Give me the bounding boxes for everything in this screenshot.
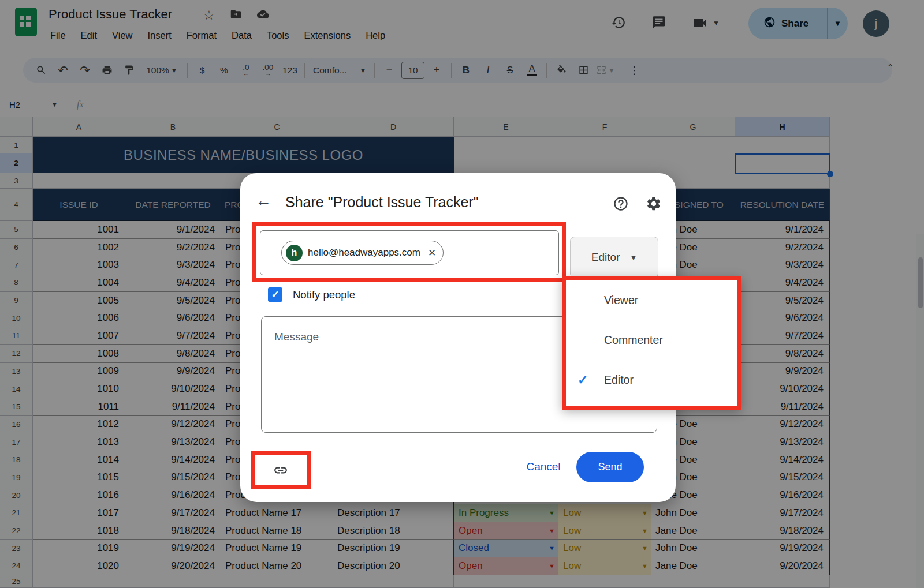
cancel-button[interactable]: Cancel [516, 459, 571, 474]
role-option-editor[interactable]: ✓Editor [566, 360, 737, 400]
add-people-input[interactable]: h hello@headwayapps.com ✕ [260, 230, 559, 275]
message-placeholder: Message [274, 331, 319, 343]
share-settings-gear-icon[interactable] [646, 196, 662, 212]
role-option-label: Editor [604, 373, 634, 387]
role-caret-icon: ▼ [629, 253, 637, 262]
recipient-email: hello@headwayapps.com [308, 247, 420, 259]
google-sheets-app: Product Issue Tracker ☆ FileEditViewInse… [0, 0, 924, 588]
notify-people-label: Notify people [293, 289, 355, 301]
role-option-viewer[interactable]: Viewer [566, 280, 737, 320]
remove-recipient-icon[interactable]: ✕ [428, 247, 436, 259]
role-dropdown-menu: ViewerCommenter✓Editor [562, 276, 741, 410]
check-icon: ✓ [578, 373, 604, 388]
send-button[interactable]: Send [576, 452, 644, 482]
role-option-label: Commenter [604, 334, 663, 347]
notify-people-checkbox[interactable]: ✓ [268, 287, 282, 302]
role-option-label: Viewer [604, 294, 638, 307]
role-dropdown-button[interactable]: Editor ▼ [570, 237, 658, 278]
role-option-commenter[interactable]: Commenter [566, 320, 737, 360]
recipient-avatar: h [286, 245, 303, 261]
notify-people-row: ✓ Notify people [268, 287, 355, 302]
copy-link-button[interactable] [259, 459, 303, 481]
help-icon[interactable] [613, 196, 629, 212]
recipient-chip[interactable]: h hello@headwayapps.com ✕ [281, 241, 444, 265]
share-dialog-title: Share "Product Issue Tracker" [285, 194, 479, 211]
back-arrow-icon[interactable]: ← [255, 193, 271, 209]
